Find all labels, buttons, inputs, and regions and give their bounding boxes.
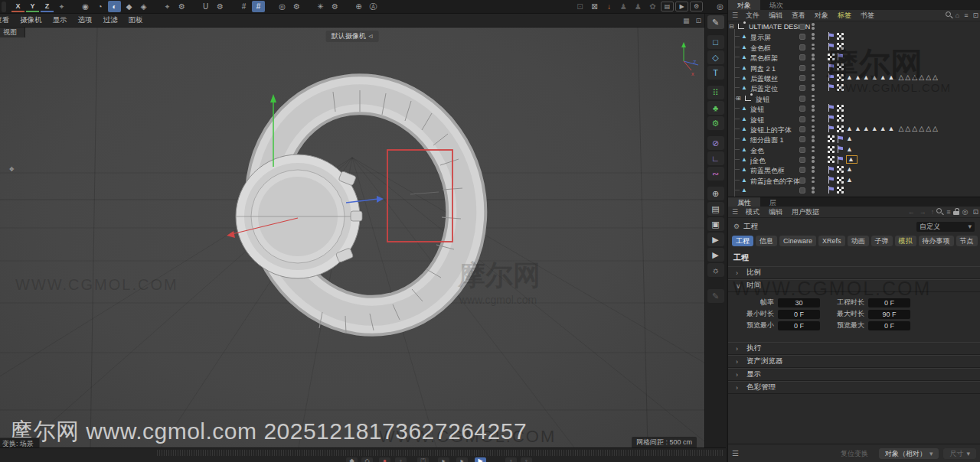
menu-display[interactable]: 显示	[53, 15, 67, 25]
timeline-strip[interactable]: ◆ ◇ ● ◦ ⏍ ▸ ▸ ▶ ◦ ◦	[0, 447, 726, 462]
annotate-pen-icon[interactable]: ✎	[707, 289, 724, 303]
edit-render-settings-icon[interactable]: ◆	[122, 1, 136, 12]
phong-tag-icon[interactable]	[828, 186, 835, 194]
render-region-icon[interactable]: ◔	[93, 1, 106, 12]
tab-project[interactable]: 工程	[732, 236, 753, 246]
camera-label[interactable]: 默认摄像机⊲	[326, 31, 379, 42]
visibility-dots[interactable]	[812, 84, 815, 91]
z-axis-lock-button[interactable]: Z	[41, 2, 54, 12]
environment-icon[interactable]: ⊕	[707, 187, 724, 200]
axis-modifier-icon[interactable]: ∟	[707, 151, 724, 165]
phong-tag-icon[interactable]	[828, 104, 835, 112]
object-row[interactable]: ▲ 金色框	[728, 42, 980, 52]
coords-menu-icon[interactable]: ☰	[732, 449, 739, 457]
texture-tag-icon[interactable]	[828, 156, 835, 163]
selection-tag[interactable]: ▲	[846, 165, 854, 174]
om-menu-file[interactable]: 文件	[746, 11, 760, 21]
preview-min-field[interactable]: 0 F	[778, 321, 820, 330]
visibility-dots[interactable]	[812, 44, 815, 50]
search-icon[interactable]	[936, 208, 944, 216]
timeline-button[interactable]: ▸	[438, 457, 449, 462]
object-row[interactable]: ▲ 显示屏	[728, 31, 980, 41]
magnet-settings-gear-icon[interactable]: ⚙	[214, 1, 227, 12]
texture-tag-icon[interactable]	[828, 135, 835, 142]
object-row[interactable]: ▲ 金色 ▲	[728, 145, 980, 155]
visibility-dots[interactable]	[812, 105, 815, 112]
phong-tag-icon[interactable]	[837, 53, 844, 60]
enable-toggle[interactable]	[799, 187, 805, 194]
texture-tag-icon[interactable]	[837, 166, 844, 173]
phong-tag-icon[interactable]	[828, 63, 835, 71]
phong-tag-icon[interactable]	[837, 145, 844, 153]
texture-tag-icon[interactable]	[837, 115, 844, 122]
preset-dropdown[interactable]: 自定义▾	[916, 222, 975, 232]
enable-toggle[interactable]	[799, 24, 805, 30]
object-row[interactable]: ▲ 旋钮	[728, 103, 980, 113]
om-menu-edit[interactable]: 编辑	[769, 11, 782, 21]
object-row[interactable]: ▲ 后盖螺丝 ▲▲▲▲▲▲△△△△△△	[728, 73, 980, 83]
tab-animation[interactable]: 动画	[848, 236, 869, 246]
collapse-icon[interactable]: ⊟	[729, 23, 734, 30]
object-group-row[interactable]: ⊞ 旋钮	[728, 93, 980, 103]
phong-tag-icon[interactable]	[828, 125, 835, 132]
selection-tags-hollow[interactable]: △△△△△△	[898, 73, 939, 82]
group-time[interactable]: ∨时间	[728, 279, 980, 292]
texture-tag-icon[interactable]	[837, 33, 844, 40]
clapper-icon[interactable]: ▤	[661, 2, 674, 11]
object-row[interactable]: ▲ 后盖定位	[728, 83, 980, 93]
group-display[interactable]: ›显示	[728, 368, 980, 381]
enable-toggle[interactable]	[799, 106, 805, 112]
om-menu-object[interactable]: 对象	[815, 11, 828, 21]
object-row[interactable]: ▲ 前盖j金色的字体 ▲	[728, 175, 980, 185]
workplane-gear-icon[interactable]: ⚙	[290, 1, 303, 12]
cluster-icon[interactable]: ✿	[646, 1, 659, 12]
object-row[interactable]: ▲ 网盘 2 1	[728, 63, 980, 73]
object-row[interactable]: ▲ 细分曲面 1 ▲	[728, 134, 980, 144]
timeline-button[interactable]: ▸	[456, 457, 468, 462]
enable-toggle[interactable]	[799, 65, 805, 71]
tab-xrefs[interactable]: XRefs	[818, 236, 845, 246]
visibility-dots[interactable]	[812, 135, 815, 142]
up-icon[interactable]: ↑	[931, 208, 935, 216]
tab-simulation[interactable]: 模拟	[895, 236, 916, 246]
tab-objects[interactable]: 对象	[728, 0, 760, 10]
cloner-icon[interactable]: ♣	[707, 101, 724, 115]
symmetry-icon[interactable]: ✳	[314, 1, 327, 12]
object-row[interactable]: ▲ 黑色框架	[728, 52, 980, 62]
modeling-axis-icon[interactable]: ⌖	[161, 1, 174, 12]
primitive-cube-icon[interactable]: ◇	[707, 50, 724, 64]
visibility-dots[interactable]	[812, 74, 815, 81]
render-settings-film-icon[interactable]: ⚙	[690, 2, 703, 11]
pin-down-icon[interactable]: ↓	[603, 1, 616, 12]
enable-toggle[interactable]	[799, 136, 805, 142]
enable-toggle[interactable]	[799, 85, 805, 91]
texture-tag-icon[interactable]	[828, 54, 835, 60]
quantize-grid-icon[interactable]: #	[237, 1, 250, 12]
visibility-dots[interactable]	[812, 156, 815, 163]
phong-tag-icon[interactable]	[837, 135, 844, 143]
reset-transform-button[interactable]: 复位变换	[835, 448, 874, 459]
texture-tag-icon[interactable]	[837, 177, 844, 184]
visibility-dots[interactable]	[812, 187, 815, 194]
watch-face[interactable]	[236, 155, 362, 278]
visibility-dots[interactable]	[812, 95, 815, 102]
viewport-tab[interactable]: 视图	[0, 28, 25, 37]
texture-tag-icon[interactable]	[837, 63, 844, 70]
emitter-icon[interactable]: ⠿	[707, 86, 724, 99]
group-execution[interactable]: ›执行	[728, 342, 980, 355]
menu-options[interactable]: 选项	[78, 15, 93, 25]
x-axis-lock-button[interactable]: X	[11, 2, 24, 12]
enable-toggle[interactable]	[799, 34, 805, 40]
symmetry-gear-icon[interactable]: ⚙	[328, 1, 341, 12]
object-row[interactable]: ▲ 旋钮	[728, 114, 980, 124]
home-icon[interactable]: ⌂	[956, 11, 959, 19]
enable-toggle[interactable]	[799, 44, 805, 50]
phong-tag-icon[interactable]	[828, 115, 835, 122]
loop-icon[interactable]: ◎	[714, 1, 727, 12]
stage-clapper-icon[interactable]: ▤	[707, 202, 724, 216]
timeline-button[interactable]: ◇	[361, 457, 373, 462]
om-menu-bookmarks[interactable]: 书签	[861, 11, 874, 21]
detach-window-icon[interactable]: ⊡	[972, 208, 978, 216]
render-view-icon[interactable]: ◉	[79, 1, 92, 12]
filter-icon[interactable]: ≡	[946, 208, 950, 216]
